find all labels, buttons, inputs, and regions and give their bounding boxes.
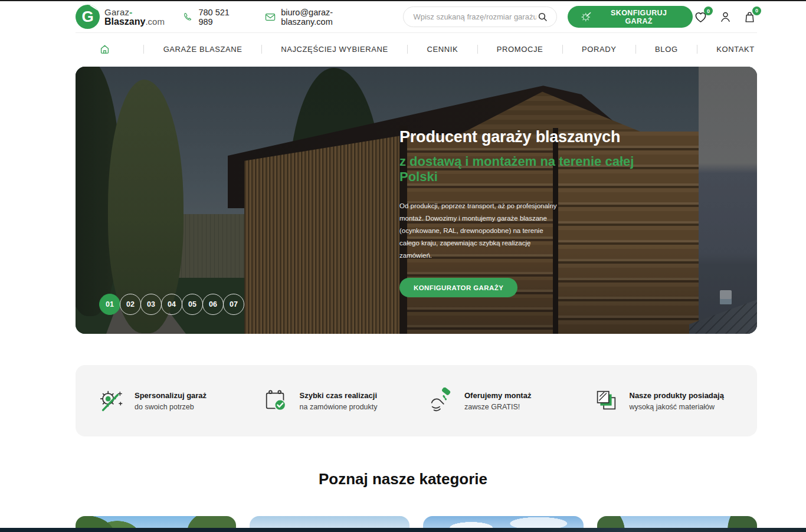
hero-content: Producent garaży blaszanych z dostawą i … bbox=[399, 128, 671, 297]
nav-separator bbox=[635, 45, 636, 54]
feature-title: Oferujemy montaż bbox=[464, 391, 531, 400]
logo[interactable]: G Garaz- Blaszany.com bbox=[76, 5, 170, 29]
quality-panels-icon bbox=[592, 387, 620, 415]
logo-dash: - bbox=[129, 7, 132, 17]
feature-subtitle: do swoich potrzeb bbox=[135, 403, 207, 411]
feature-personalize: Spersonalizuj garaż do swoich potrzeb bbox=[97, 387, 263, 415]
nav-item-promocje[interactable]: PROMOCJE bbox=[494, 41, 545, 57]
header: G Garaz- Blaszany.com 780 521 989 biuro@… bbox=[76, 1, 757, 33]
slider-dot-07[interactable]: 07 bbox=[223, 294, 244, 315]
feature-text: Spersonalizuj garaż do swoich potrzeb bbox=[135, 391, 207, 411]
nav-item-kontakt[interactable]: KONTAKT bbox=[714, 41, 757, 57]
phone-number: 780 521 989 bbox=[198, 8, 244, 27]
header-icons: 0 0 bbox=[693, 9, 757, 25]
wishlist-count-badge: 0 bbox=[704, 6, 713, 15]
slider-dot-06[interactable]: 06 bbox=[202, 294, 224, 315]
feature-quality-materials: Nasze produkty posiadają wysoką jakość m… bbox=[592, 387, 758, 415]
feature-text: Szybki czas realizacji na zamówione prod… bbox=[300, 391, 378, 411]
slider-dot-03[interactable]: 03 bbox=[140, 294, 162, 315]
feature-subtitle: wysoką jakość materiałów bbox=[630, 403, 724, 411]
search-icon bbox=[538, 12, 548, 22]
slider-dot-02[interactable]: 02 bbox=[120, 294, 141, 315]
nav-separator bbox=[562, 45, 563, 54]
nav-separator bbox=[407, 45, 408, 54]
configure-garage-button[interactable]: SKONFIGURUJ GARAŻ bbox=[568, 6, 693, 28]
gear-wrench-icon bbox=[581, 11, 592, 23]
mail-icon bbox=[265, 12, 276, 22]
nav-home-link[interactable] bbox=[76, 44, 127, 55]
feature-title: Szybki czas realizacji bbox=[300, 391, 378, 400]
feature-subtitle: na zamówione produkty bbox=[300, 403, 378, 411]
nav-separator bbox=[261, 45, 262, 54]
hero-subtitle: z dostawą i montażem na terenie całej Po… bbox=[399, 154, 671, 185]
garage-configurator-button[interactable]: KONFIGURATOR GARAŻY bbox=[399, 278, 517, 297]
cart-count-badge: 0 bbox=[752, 6, 761, 15]
main-navigation: GARAŻE BLASZANE NAJCZĘŚCIEJ WYBIERANE CE… bbox=[76, 33, 757, 65]
nav-item-cennik[interactable]: CENNIK bbox=[425, 41, 461, 57]
logo-icon: G bbox=[76, 5, 100, 29]
hero-description: Od produkcji, poprzez transport, aż po p… bbox=[399, 200, 565, 262]
search-button[interactable] bbox=[536, 11, 549, 24]
slider-dot-05[interactable]: 05 bbox=[182, 294, 203, 315]
bottom-window-edge bbox=[0, 528, 806, 532]
feature-fast-delivery: Szybki czas realizacji na zamówione prod… bbox=[263, 387, 428, 415]
feature-free-installation: Oferujemy montaż zawsze GRATIS! bbox=[427, 387, 592, 415]
feature-title: Spersonalizuj garaż bbox=[135, 391, 207, 400]
phone-icon bbox=[183, 12, 193, 22]
features-bar: Spersonalizuj garaż do swoich potrzeb Sz… bbox=[76, 365, 757, 436]
hero-slider: Producent garaży blaszanych z dostawą i … bbox=[76, 67, 757, 334]
logo-tld: .com bbox=[145, 17, 165, 27]
feature-title: Nasze produkty posiadają bbox=[630, 391, 724, 400]
email-link[interactable]: biuro@garaz-blaszany.com bbox=[265, 8, 379, 27]
configure-garage-label: SKONFIGURUJ GARAŻ bbox=[598, 9, 680, 25]
cart-button[interactable]: 0 bbox=[742, 9, 757, 25]
email-address: biuro@garaz-blaszany.com bbox=[281, 8, 379, 27]
slider-dot-01[interactable]: 01 bbox=[99, 294, 120, 315]
nav-separator bbox=[477, 45, 478, 54]
mounting-tool-icon bbox=[427, 387, 454, 415]
phone-link[interactable]: 780 521 989 bbox=[183, 8, 244, 27]
search-box bbox=[403, 6, 557, 27]
nav-item-najczesciej-wybierane[interactable]: NAJCZĘŚCIEJ WYBIERANE bbox=[279, 41, 391, 57]
logo-line1: Garaz bbox=[104, 7, 129, 17]
nav-item-porady[interactable]: PORADY bbox=[579, 41, 619, 57]
logo-brand: Blaszany bbox=[104, 17, 145, 27]
nav-separator bbox=[143, 45, 144, 54]
home-icon bbox=[99, 44, 110, 55]
search-input[interactable] bbox=[413, 12, 536, 21]
feature-subtitle: zawsze GRATIS! bbox=[464, 403, 531, 411]
hero-title: Producent garaży blaszanych bbox=[399, 128, 671, 146]
nav-item-blog[interactable]: BLOG bbox=[653, 41, 680, 57]
slider-dot-04[interactable]: 04 bbox=[161, 294, 182, 315]
logo-letter: G bbox=[81, 8, 93, 26]
nav-separator bbox=[697, 45, 697, 54]
user-icon bbox=[719, 11, 732, 23]
section-title: Poznaj nasze kategorie bbox=[0, 470, 806, 488]
magic-wand-gear-icon bbox=[97, 387, 124, 415]
feature-text: Oferujemy montaż zawsze GRATIS! bbox=[464, 391, 531, 411]
account-button[interactable] bbox=[718, 9, 733, 24]
nav-item-garaze-blaszane[interactable]: GARAŻE BLASZANE bbox=[161, 41, 245, 57]
slider-dots: 01 02 03 04 05 06 07 bbox=[99, 294, 244, 315]
feature-text: Nasze produkty posiadają wysoką jakość m… bbox=[630, 391, 724, 411]
calendar-check-icon bbox=[263, 387, 290, 415]
logo-text: Garaz- Blaszany.com bbox=[104, 8, 165, 27]
wishlist-button[interactable]: 0 bbox=[693, 9, 709, 24]
